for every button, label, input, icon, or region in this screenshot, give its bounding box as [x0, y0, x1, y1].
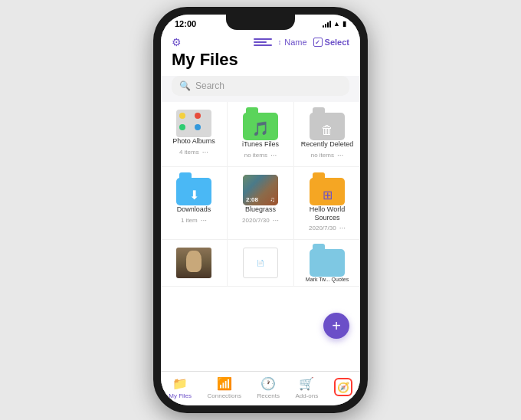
addons-label: Add-ons — [295, 392, 318, 399]
file-grid-row-1: Photo Albums 4 items ··· 🎵 iTunes Files … — [161, 102, 360, 167]
mona-lisa-face — [186, 251, 202, 272]
hello-world-date: 2020/7/30 — [309, 225, 336, 231]
download-icon: ⬇ — [189, 188, 199, 202]
add-button[interactable]: + — [323, 313, 349, 339]
sort-label: Name — [284, 38, 306, 47]
signal-icon — [323, 21, 331, 28]
file-item-bluegrass[interactable]: 2:08 ♫ Bluegrass 2020/7/30 ··· — [228, 167, 294, 240]
file-item-hello-world[interactable]: ⊞ Hello World Sources 2020/7/30 ··· — [294, 167, 360, 240]
sort-arrows-icon: ↕ — [278, 38, 282, 46]
hello-world-meta: 2020/7/30 ··· — [297, 221, 357, 236]
search-bar[interactable]: 🔍 Search — [172, 76, 349, 96]
nav-item-addons[interactable]: 🛒 Add-ons — [295, 376, 318, 399]
search-icon: 🔍 — [179, 80, 191, 91]
bluegrass-duration: 2:08 — [246, 196, 258, 203]
itunes-label: iTunes Files — [242, 140, 279, 149]
checkbox-icon: ✓ — [313, 38, 323, 47]
recents-icon: 🕐 — [260, 376, 276, 391]
mark-twain-folder-icon — [310, 248, 345, 277]
nav-item-my-files[interactable]: 📁 My Files — [169, 376, 192, 399]
file-item-recently-deleted[interactable]: 🗑 Recently Deleted no items ··· — [294, 102, 360, 166]
bluegrass-thumbnail: 2:08 ♫ — [243, 175, 278, 205]
bottom-nav: 📁 My Files 📶 Connections 🕐 Recents 🛒 Add… — [161, 371, 360, 405]
bluegrass-note-icon: ♫ — [270, 195, 275, 203]
select-label: Select — [325, 38, 349, 47]
recently-deleted-folder-icon: 🗑 — [310, 110, 345, 140]
title-row: My Files — [161, 48, 360, 76]
photo-albums-folder-icon — [176, 110, 211, 137]
hello-world-label: Hello World Sources — [297, 205, 357, 222]
recently-deleted-label: Recently Deleted — [301, 140, 354, 149]
phone-frame: 12:00 ▲ ▮ ⚙ ↕ Name — [153, 7, 368, 413]
signal-bar-2 — [325, 24, 326, 28]
downloads-more-button[interactable]: ··· — [201, 216, 207, 225]
trash-icon: 🗑 — [321, 123, 333, 137]
addons-icon: 🛒 — [299, 376, 314, 391]
photo-albums-label: Photo Albums — [172, 137, 215, 146]
connections-label: Connections — [208, 392, 241, 399]
recents-label: Recents — [257, 392, 280, 399]
mark-twain-bg — [310, 249, 345, 277]
gear-icon[interactable]: ⚙ — [172, 36, 182, 48]
file-item-mark-twain[interactable]: Mark Tw... Quotes — [294, 240, 360, 286]
wifi-icon: ▲ — [333, 20, 340, 28]
page-title: My Files — [172, 50, 349, 70]
downloads-label: Downloads — [177, 205, 211, 214]
battery-icon: ▮ — [342, 20, 346, 28]
bluegrass-image: 2:08 ♫ — [243, 175, 278, 205]
my-files-label: My Files — [169, 392, 192, 399]
itunes-folder-icon: 🎵 — [243, 110, 278, 140]
nav-item-recents[interactable]: 🕐 Recents — [257, 376, 280, 399]
my-files-icon: 📁 — [172, 376, 188, 391]
nav-item-connections[interactable]: 📶 Connections — [208, 376, 241, 399]
connections-icon: 📶 — [217, 376, 232, 391]
downloads-folder-icon: ⬇ — [176, 175, 211, 205]
compass-icon: 🧭 — [334, 378, 352, 396]
phone-screen: 12:00 ▲ ▮ ⚙ ↕ Name — [161, 15, 360, 405]
downloads-meta: 1 item ··· — [164, 214, 224, 228]
bluegrass-more-button[interactable]: ··· — [273, 216, 279, 225]
photo-dot-blue — [195, 124, 201, 130]
bluegrass-label: Bluegrass — [245, 205, 276, 214]
file-grid-row-2: ⬇ Downloads 1 item ··· 2:08 ♫ — [161, 167, 360, 241]
fab-container: + — [323, 313, 349, 339]
file-item-photo-albums[interactable]: Photo Albums 4 items ··· — [161, 102, 228, 166]
photo-dot-green — [179, 124, 185, 130]
sort-button[interactable]: ↕ Name — [278, 38, 307, 47]
status-time: 12:00 — [175, 19, 196, 28]
file-item-downloads[interactable]: ⬇ Downloads 1 item ··· — [161, 167, 228, 240]
photo-albums-more-button[interactable]: ··· — [202, 148, 208, 156]
itunes-more-button[interactable]: ··· — [270, 151, 277, 159]
signal-bar-1 — [323, 25, 324, 28]
recently-deleted-meta: no items ··· — [297, 149, 357, 163]
signal-bar-4 — [329, 21, 331, 28]
hello-world-more-button[interactable]: ··· — [339, 224, 346, 232]
downloads-count: 1 item — [181, 217, 198, 224]
file-item-mona-lisa[interactable] — [161, 240, 228, 286]
list-view-icon[interactable] — [254, 38, 272, 46]
select-button[interactable]: ✓ Select — [313, 38, 349, 47]
file-grid: Photo Albums 4 items ··· 🎵 iTunes Files … — [161, 102, 360, 371]
bluegrass-date: 2020/7/30 — [242, 217, 270, 224]
hello-world-folder-icon: ⊞ — [310, 175, 345, 205]
bluegrass-meta: 2020/7/30 ··· — [231, 214, 290, 228]
file-grid-row-3: 📄 Mark Tw... Quotes — [161, 240, 360, 287]
phone-notch — [226, 15, 295, 30]
photo-collage — [179, 113, 208, 134]
recently-deleted-more-button[interactable]: ··· — [337, 151, 343, 159]
document-thumbnail: 📄 — [243, 248, 278, 278]
nav-item-compass[interactable]: 🧭 — [334, 378, 352, 398]
header-actions: ↕ Name ✓ Select — [254, 38, 349, 47]
photo-albums-count: 4 items — [179, 149, 199, 156]
recently-deleted-count: no items — [311, 152, 334, 159]
file-item-itunes[interactable]: 🎵 iTunes Files no items ··· — [228, 102, 294, 166]
mark-twain-label: Mark Tw... Quotes — [306, 277, 349, 283]
status-icons: ▲ ▮ — [323, 20, 346, 28]
file-item-document[interactable]: 📄 — [228, 240, 294, 286]
photo-albums-meta: 4 items ··· — [164, 146, 224, 160]
grid-icon: ⊞ — [323, 188, 333, 202]
signal-bar-3 — [327, 22, 329, 28]
mona-lisa-thumbnail — [176, 248, 211, 278]
search-placeholder: Search — [195, 80, 224, 91]
itunes-count: no items — [244, 152, 267, 159]
